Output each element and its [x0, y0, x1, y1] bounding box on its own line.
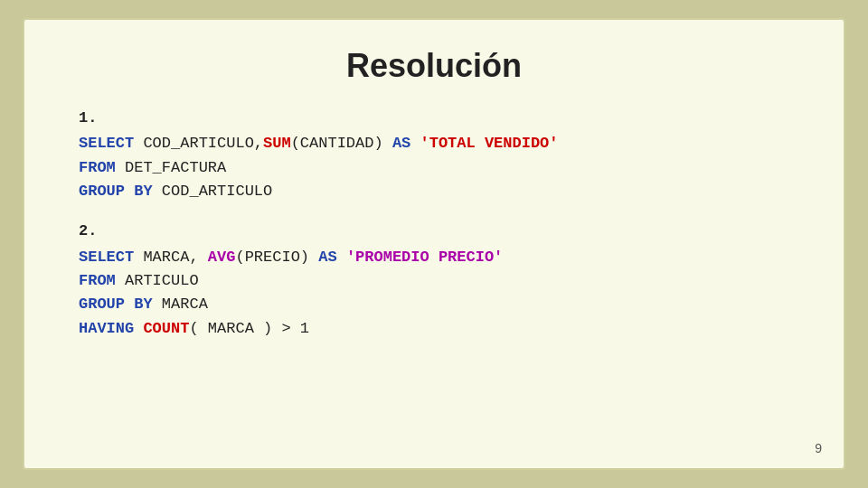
section-2-number: 2.	[79, 220, 789, 243]
section-1-code: SELECT COD_ARTICULO,SUM(CANTIDAD) AS 'TO…	[79, 132, 789, 203]
code-line-2-1: SELECT MARCA, AVG(PRECIO) AS 'PROMEDIO P…	[79, 246, 789, 269]
code-line-1-3: GROUP BY COD_ARTICULO	[79, 180, 789, 203]
text-marca: MARCA,	[134, 249, 208, 266]
section-2-code: SELECT MARCA, AVG(PRECIO) AS 'PROMEDIO P…	[79, 246, 789, 341]
text-cod-articulo-2: COD_ARTICULO	[153, 183, 273, 200]
slide-title: Resolución	[79, 47, 789, 85]
text-det-factura: DET_FACTURA	[116, 159, 226, 176]
text-space-having	[134, 320, 143, 337]
keyword-select-1: SELECT	[79, 135, 134, 152]
slide-content: 1. SELECT COD_ARTICULO,SUM(CANTIDAD) AS …	[79, 107, 789, 350]
keyword-from-2: FROM	[79, 272, 116, 289]
code-line-2-4: HAVING COUNT( MARCA ) > 1	[79, 317, 789, 341]
section-1-number: 1.	[79, 107, 789, 130]
keyword-groupby-1: GROUP BY	[79, 183, 153, 200]
keyword-select-2: SELECT	[79, 249, 134, 266]
keyword-sum: SUM	[263, 135, 291, 152]
code-line-1-1: SELECT COD_ARTICULO,SUM(CANTIDAD) AS 'TO…	[79, 132, 789, 155]
keyword-as-2: AS	[318, 249, 336, 266]
text-cantidad: (CANTIDAD)	[291, 135, 392, 152]
text-articulo: ARTICULO	[116, 272, 199, 289]
keyword-count: COUNT	[143, 320, 189, 337]
keyword-groupby-2: GROUP BY	[79, 296, 153, 313]
keyword-avg: AVG	[208, 249, 236, 266]
text-precio: (PRECIO)	[235, 249, 318, 266]
code-line-1-2: FROM DET_FACTURA	[79, 156, 789, 180]
keyword-from-1: FROM	[79, 159, 116, 176]
code-line-2-3: GROUP BY MARCA	[79, 293, 789, 316]
page-number: 9	[815, 441, 822, 455]
str-total-vendido: 'TOTAL VENDIDO'	[410, 135, 558, 152]
text-marca-2: MARCA	[153, 296, 208, 313]
code-line-2-2: FROM ARTICULO	[79, 269, 789, 293]
str-promedio-precio: 'PROMEDIO PRECIO'	[337, 249, 504, 266]
slide: Resolución 1. SELECT COD_ARTICULO,SUM(CA…	[23, 18, 845, 470]
text-count-expr: ( MARCA ) > 1	[189, 320, 309, 337]
keyword-as-1: AS	[392, 135, 410, 152]
text-cod: COD_ARTICULO,	[134, 135, 263, 152]
keyword-having: HAVING	[79, 320, 134, 337]
